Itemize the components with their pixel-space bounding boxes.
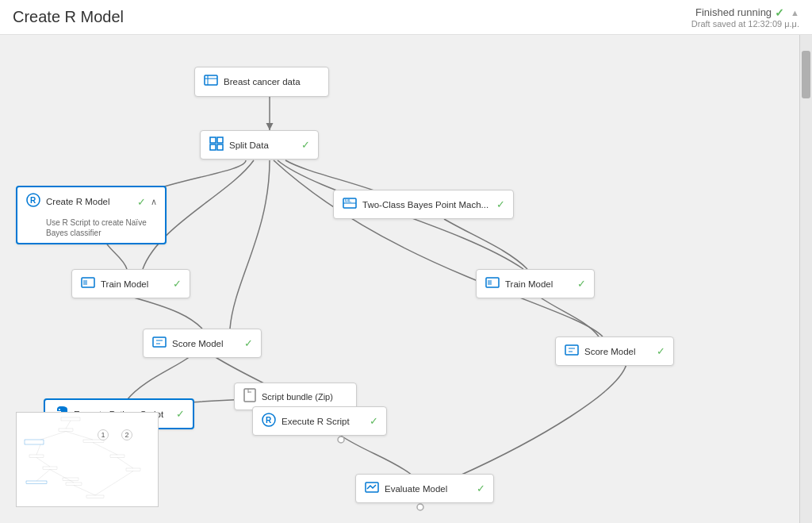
create-r-model-desc: Use R Script to create Naïve Bayes class…: [25, 217, 147, 238]
svg-rect-41: [26, 481, 47, 484]
score-left-check: ✓: [244, 337, 253, 349]
svg-text:ML: ML: [345, 198, 352, 203]
draft-saved-text: Draft saved at 12:32:09 μ.μ.: [691, 19, 799, 29]
r-icon: R: [25, 192, 41, 211]
svg-rect-40: [63, 478, 79, 480]
evaluate-icon: [364, 479, 380, 498]
two-class-bayes-check: ✓: [496, 198, 505, 210]
scrollbar-thumb[interactable]: [802, 51, 810, 98]
canvas-area[interactable]: Breast cancer data Split Data ✓ R Create…: [0, 35, 799, 523]
status-text: Finished running: [695, 6, 772, 18]
breast-cancer-node[interactable]: Breast cancer data: [194, 67, 329, 97]
execute-r-node[interactable]: R Execute R Script ✓: [252, 406, 387, 436]
score-model-right-node[interactable]: Score Model ✓: [555, 336, 674, 366]
split-data-check: ✓: [301, 139, 310, 151]
train-model-right-label: Train Model: [505, 279, 569, 289]
status-area: Finished running ✓ ▲ Draft saved at 12:3…: [691, 6, 799, 29]
evaluate-model-label: Evaluate Model: [385, 484, 469, 494]
expand-icon[interactable]: ▲: [791, 8, 799, 17]
svg-line-48: [93, 443, 117, 455]
train-model-left-label: Train Model: [101, 279, 165, 289]
split-data-label: Split Data: [229, 140, 293, 150]
svg-rect-33: [59, 429, 73, 432]
split-data-node[interactable]: Split Data ✓: [200, 130, 319, 160]
svg-rect-32: [61, 417, 80, 421]
execute-r-icon: R: [261, 412, 277, 430]
python-port-2: 2: [121, 429, 132, 440]
split-icon: [209, 136, 224, 154]
script-bundle-label: Script bundle (Zip): [262, 392, 348, 402]
evaluate-model-check: ✓: [477, 483, 485, 494]
evaluate-model-node[interactable]: Evaluate Model ✓: [355, 474, 494, 503]
score-model-left-node[interactable]: Score Model ✓: [143, 329, 262, 358]
svg-rect-9: [210, 144, 216, 150]
svg-line-50: [117, 458, 133, 468]
train-left-check: ✓: [173, 278, 182, 290]
svg-rect-36: [29, 455, 44, 458]
svg-line-49: [36, 458, 50, 467]
create-r-model-node[interactable]: R Create R Model ✓ ∧ Use R Script to cre…: [16, 186, 167, 244]
svg-line-44: [66, 421, 71, 429]
svg-text:R: R: [30, 196, 36, 205]
minimap-content: [17, 413, 158, 506]
two-class-bayes-label: Two-Class Bayes Point Mach...: [362, 200, 488, 210]
svg-line-47: [36, 444, 40, 455]
svg-rect-8: [217, 137, 223, 143]
ml-icon: ML: [342, 195, 358, 213]
svg-line-51: [36, 470, 50, 481]
vertical-scrollbar[interactable]: [799, 35, 812, 523]
score-left-icon: [151, 334, 167, 352]
svg-rect-23: [565, 345, 578, 355]
svg-line-54: [74, 486, 95, 495]
create-r-model-label: Create R Model: [46, 197, 129, 206]
svg-rect-34: [25, 440, 44, 444]
svg-point-3: [338, 436, 344, 443]
svg-rect-26: [244, 389, 255, 402]
breast-cancer-label: Breast cancer data: [224, 77, 320, 87]
svg-line-53: [95, 471, 133, 495]
minimap[interactable]: [16, 412, 159, 507]
svg-rect-19: [488, 280, 492, 285]
dataset-icon: [203, 72, 219, 91]
execute-r-label: Execute R Script: [282, 417, 362, 426]
python-port-1: 1: [98, 429, 109, 440]
execute-python-check: ✓: [176, 408, 185, 420]
two-class-bayes-node[interactable]: ML Two-Class Bayes Point Mach... ✓: [333, 190, 514, 219]
svg-rect-17: [83, 280, 87, 285]
svg-rect-38: [43, 467, 57, 470]
status-check-icon: ✓: [775, 6, 784, 19]
create-r-model-header: R Create R Model ✓ ∧: [25, 192, 157, 211]
svg-text:R: R: [266, 416, 272, 425]
zip-icon: [243, 388, 257, 405]
expand-button[interactable]: ∧: [151, 197, 157, 207]
svg-point-0: [417, 504, 423, 510]
train-left-icon: [80, 275, 96, 293]
header: Create R Model Finished running ✓ ▲ Draf…: [0, 0, 812, 35]
svg-rect-20: [153, 337, 166, 347]
svg-rect-10: [217, 144, 223, 150]
svg-line-52: [50, 470, 74, 483]
execute-r-check: ✓: [370, 415, 378, 427]
score-right-check: ✓: [657, 345, 665, 357]
train-right-check: ✓: [577, 278, 586, 290]
svg-rect-43: [86, 495, 104, 498]
train-model-right-node[interactable]: Train Model ✓: [476, 269, 595, 298]
svg-line-45: [40, 432, 66, 440]
svg-rect-37: [110, 455, 124, 458]
svg-rect-7: [210, 137, 216, 143]
train-right-icon: [485, 275, 500, 293]
create-r-check: ✓: [137, 196, 146, 208]
svg-rect-4: [205, 75, 217, 85]
score-model-left-label: Score Model: [172, 339, 236, 348]
svg-line-46: [66, 432, 93, 440]
score-model-right-label: Score Model: [584, 347, 649, 356]
page-title: Create R Model: [13, 8, 691, 26]
svg-rect-42: [66, 483, 82, 486]
score-right-icon: [564, 342, 580, 360]
finished-running-status: Finished running ✓ ▲: [695, 6, 799, 19]
svg-rect-39: [126, 468, 140, 471]
train-model-left-node[interactable]: Train Model ✓: [71, 269, 190, 298]
